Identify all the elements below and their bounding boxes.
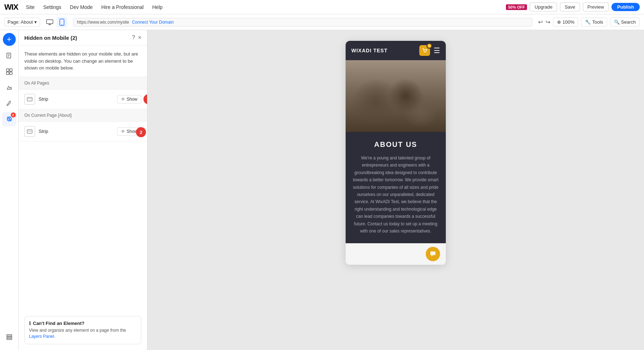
nav-site[interactable]: Site (23, 3, 38, 11)
mobile-logo: WIXADI TEST (351, 48, 387, 53)
element-left-1: Strip (24, 94, 48, 105)
strip-label-1: Strip (39, 96, 48, 102)
svg-rect-12 (10, 72, 12, 75)
layers-panel-link[interactable]: Layers Panel. (29, 334, 55, 339)
badge-50off: 50% OFF (506, 4, 527, 10)
panel-close-button[interactable]: × (138, 34, 141, 41)
top-nav: WIX Site Settings Dev Mode Hire a Profes… (0, 0, 644, 14)
strip-icon-1 (24, 94, 35, 105)
svg-rect-9 (6, 69, 9, 71)
svg-rect-10 (10, 69, 12, 71)
chat-bubble-button[interactable] (426, 247, 440, 261)
second-bar: Page: About ▾ https://www.wix.com/mysite… (0, 14, 644, 30)
sidebar-item-add[interactable] (2, 64, 16, 79)
tools-icon: 🔧 (585, 19, 591, 25)
sidebar-item-pages[interactable] (2, 49, 16, 63)
strip-label-2: Strip (39, 129, 48, 134)
show-button-1[interactable]: 👁 Show (117, 95, 141, 104)
section-all-pages: On All Pages (19, 77, 147, 90)
svg-rect-17 (7, 336, 12, 338)
element-row-strip-1: Strip 👁 Show 2 (19, 90, 147, 109)
svg-point-23 (424, 52, 425, 53)
element-row-strip-2: Strip 👁 Show (19, 122, 147, 142)
mobile-preview-frame: WIXADI TEST 0 ☰ ABOUT US We're a young a… (346, 41, 446, 265)
tools-button[interactable]: 🔧 Tools (581, 18, 607, 27)
url-text: https://www.wix.com/mysite (77, 20, 129, 25)
cant-find-box: ℹ Can't Find an Element? View and organi… (24, 316, 141, 344)
sidebar-item-tools[interactable] (2, 96, 16, 110)
svg-rect-11 (6, 72, 9, 75)
strip-icon-2 (24, 126, 35, 137)
page-selector[interactable]: Page: About ▾ (4, 18, 40, 27)
tools-label: Tools (592, 19, 603, 25)
panel-title: Hidden on Mobile (2) (24, 35, 77, 41)
svg-rect-16 (7, 335, 12, 336)
badge-2: 2 (143, 94, 147, 104)
mobile-bottom-section (346, 243, 446, 265)
add-element-button[interactable]: + (3, 33, 16, 46)
desktop-view-icon[interactable] (44, 17, 55, 28)
mobile-about-section: ABOUT US We're a young and talented grou… (346, 132, 446, 243)
save-button[interactable]: Save (560, 3, 580, 11)
section-current-page: On Current Page [About] (19, 109, 147, 122)
cant-find-desc: View and organize any element on a page … (29, 327, 137, 340)
preview-button[interactable]: Preview (583, 3, 609, 11)
show-icon-1: 👁 (121, 97, 125, 102)
svg-rect-21 (27, 130, 32, 133)
cart-count-badge: 0 (426, 43, 432, 49)
panel-header: Hidden on Mobile (2) ? × (19, 30, 147, 45)
svg-point-24 (425, 52, 426, 53)
chevron-down-icon: ▾ (34, 19, 37, 25)
panel-help-button[interactable]: ? (132, 34, 135, 41)
redo-icon[interactable]: ↪ (546, 19, 550, 25)
nav-settings[interactable]: Settings (40, 3, 65, 11)
element-left-2: Strip (24, 126, 48, 137)
page-label: Page: About (8, 19, 33, 25)
url-bar[interactable]: https://www.wix.com/mysite Connect Your … (73, 18, 532, 27)
cant-find-title: ℹ Can't Find an Element? (29, 321, 137, 326)
nav-devmode[interactable]: Dev Mode (66, 3, 96, 11)
mobile-view-icon[interactable] (57, 17, 67, 28)
mobile-about-text: We're a young and talented group of entr… (351, 154, 440, 235)
zoom-label: 100% (562, 19, 574, 25)
sidebar-item-design[interactable] (2, 80, 16, 95)
show-icon-2: 👁 (121, 129, 125, 134)
mobile-header: WIXADI TEST 0 ☰ (346, 41, 446, 60)
toolbar-right: ↩ ↪ ⊕ 100% 🔧 Tools 🔍 Search (538, 18, 640, 27)
connect-domain-link[interactable]: Connect Your Domain (132, 20, 174, 25)
info-icon: ℹ (29, 321, 31, 326)
nav-help[interactable]: Help (148, 3, 166, 11)
search-label: Search (621, 19, 636, 25)
zoom-button[interactable]: ⊕ 100% (553, 18, 578, 27)
upgrade-button[interactable]: Upgrade (530, 3, 557, 11)
zoom-icon: ⊕ (557, 19, 561, 25)
mobile-cart-icon: 0 (419, 45, 430, 56)
sidebar-item-layers[interactable] (2, 330, 16, 344)
hidden-count-badge: 2 (11, 112, 16, 118)
mobile-header-right: 0 ☰ (419, 45, 440, 56)
sidebar-icons: + 2 (0, 30, 19, 350)
view-icons (44, 17, 67, 28)
hidden-elements-panel: Hidden on Mobile (2) ? × These elements … (19, 30, 147, 350)
sidebar-item-hidden[interactable]: 2 (2, 112, 16, 126)
nav-hire-professional[interactable]: Hire a Professional (98, 3, 147, 11)
mobile-hamburger-icon: ☰ (434, 46, 440, 55)
svg-rect-0 (47, 20, 53, 24)
publish-button[interactable]: Publish (611, 3, 640, 11)
wix-logo: WIX (4, 3, 18, 12)
mobile-hero-image (346, 60, 446, 132)
canvas: WIXADI TEST 0 ☰ ABOUT US We're a young a… (147, 30, 644, 350)
svg-rect-18 (7, 338, 12, 340)
svg-rect-19 (27, 97, 32, 101)
nav-right: 50% OFF Upgrade Save Preview Publish (506, 3, 640, 11)
panel-header-icons: ? × (132, 34, 141, 41)
mobile-about-title: ABOUT US (351, 140, 440, 149)
show-label-1: Show (127, 97, 137, 102)
main-area: + 2 Hidden on Mobile (2) ? × (0, 30, 644, 350)
svg-point-4 (62, 24, 62, 25)
search-button[interactable]: 🔍 Search (610, 18, 640, 27)
panel-description: These elements are hidden on your mobile… (19, 45, 147, 77)
sidebar-bottom (2, 330, 16, 347)
undo-icon[interactable]: ↩ (538, 19, 543, 25)
search-icon: 🔍 (614, 19, 620, 25)
